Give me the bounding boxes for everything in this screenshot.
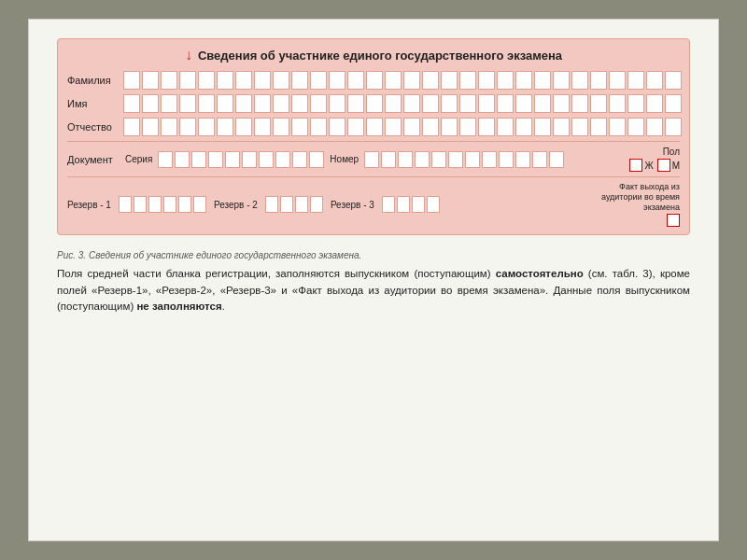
cell[interactable] [515, 71, 532, 90]
cell[interactable] [403, 71, 420, 90]
cell[interactable] [382, 196, 395, 213]
cell[interactable] [198, 94, 215, 113]
cell[interactable] [609, 118, 626, 136]
cell[interactable] [497, 94, 514, 113]
cell[interactable] [310, 196, 323, 213]
cell[interactable] [609, 94, 626, 113]
cell[interactable] [198, 118, 215, 136]
cell[interactable] [291, 94, 308, 113]
cell[interactable] [646, 71, 663, 90]
cell[interactable] [415, 151, 430, 168]
cell[interactable] [665, 94, 682, 113]
cell[interactable] [553, 118, 570, 136]
fact-checkbox[interactable] [667, 214, 680, 227]
cell[interactable] [571, 118, 588, 136]
cell[interactable] [366, 94, 383, 113]
cell[interactable] [254, 118, 271, 136]
cell[interactable] [403, 94, 420, 113]
cell[interactable] [482, 151, 497, 168]
cell[interactable] [499, 151, 514, 168]
cell[interactable] [403, 118, 420, 136]
cell[interactable] [295, 196, 308, 213]
cell[interactable] [347, 94, 364, 113]
cell[interactable] [119, 196, 132, 213]
cell[interactable] [310, 118, 327, 136]
cell[interactable] [275, 151, 290, 168]
cell[interactable] [161, 118, 177, 136]
cell[interactable] [217, 94, 233, 113]
cell[interactable] [259, 151, 274, 168]
cell[interactable] [142, 94, 159, 113]
cell[interactable] [208, 151, 223, 168]
cell[interactable] [422, 118, 439, 136]
pol-m[interactable]: М [657, 159, 680, 172]
cell[interactable] [273, 94, 289, 113]
cell[interactable] [478, 71, 495, 90]
cell[interactable] [412, 196, 425, 213]
cell[interactable] [534, 71, 551, 90]
pol-m-checkbox[interactable] [657, 159, 670, 172]
cell[interactable] [478, 118, 495, 136]
cell[interactable] [225, 151, 240, 168]
cell[interactable] [553, 94, 570, 113]
cell[interactable] [179, 118, 196, 136]
cell[interactable] [329, 94, 345, 113]
cell[interactable] [497, 118, 514, 136]
cell[interactable] [515, 94, 532, 113]
cell[interactable] [646, 94, 663, 113]
cell[interactable] [571, 71, 588, 90]
cell[interactable] [161, 94, 177, 113]
pol-zh[interactable]: Ж [629, 159, 653, 172]
cell[interactable] [198, 71, 215, 90]
cell[interactable] [465, 151, 480, 168]
cell[interactable] [590, 71, 607, 90]
cell[interactable] [254, 94, 271, 113]
cell[interactable] [385, 94, 402, 113]
cell[interactable] [134, 196, 147, 213]
cell[interactable] [175, 151, 190, 168]
cell[interactable] [142, 118, 159, 136]
cell[interactable] [179, 71, 196, 90]
cell[interactable] [310, 71, 327, 90]
cell[interactable] [366, 71, 383, 90]
cell[interactable] [254, 71, 271, 90]
cell[interactable] [441, 71, 458, 90]
cell[interactable] [291, 71, 308, 90]
cell[interactable] [553, 71, 570, 90]
cell[interactable] [235, 71, 252, 90]
cell[interactable] [310, 94, 327, 113]
cell[interactable] [448, 151, 463, 168]
cell[interactable] [441, 94, 458, 113]
cell[interactable] [347, 118, 364, 136]
cell[interactable] [179, 94, 196, 113]
cell[interactable] [497, 71, 514, 90]
cell[interactable] [366, 118, 383, 136]
cell[interactable] [163, 196, 176, 213]
cell[interactable] [398, 151, 413, 168]
cell[interactable] [347, 71, 364, 90]
cell[interactable] [364, 151, 379, 168]
cell[interactable] [291, 118, 308, 136]
cell[interactable] [193, 196, 206, 213]
pol-zh-checkbox[interactable] [629, 159, 642, 172]
cell[interactable] [329, 71, 345, 90]
cell[interactable] [217, 118, 233, 136]
cell[interactable] [280, 196, 293, 213]
cell[interactable] [590, 118, 607, 136]
cell[interactable] [459, 94, 476, 113]
cell[interactable] [123, 71, 140, 90]
cell[interactable] [515, 151, 530, 168]
cell[interactable] [427, 196, 440, 213]
cell[interactable] [273, 118, 289, 136]
cell[interactable] [385, 71, 402, 90]
cell[interactable] [665, 118, 682, 136]
cell[interactable] [191, 151, 206, 168]
cell[interactable] [385, 118, 402, 136]
cell[interactable] [235, 94, 252, 113]
cell[interactable] [123, 118, 140, 136]
cell[interactable] [158, 151, 173, 168]
cell[interactable] [459, 71, 476, 90]
cell[interactable] [549, 151, 564, 168]
cell[interactable] [273, 71, 289, 90]
cell[interactable] [515, 118, 532, 136]
